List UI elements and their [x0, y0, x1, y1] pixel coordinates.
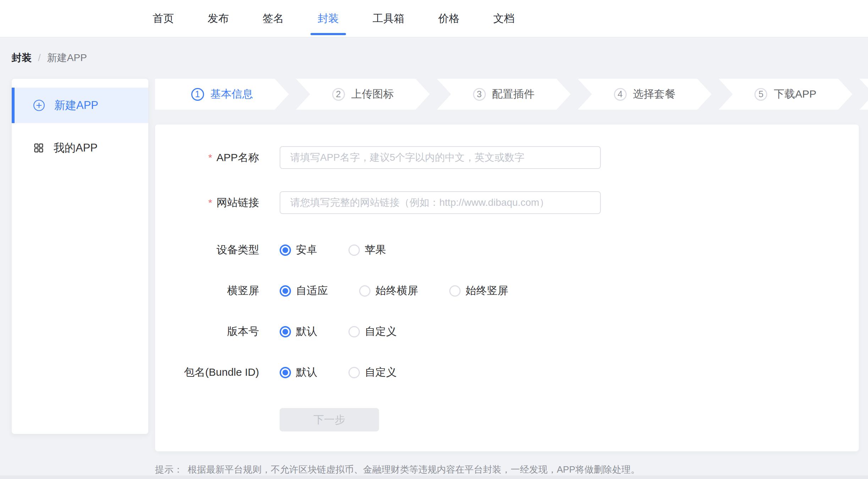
- radio-label: 默认: [296, 324, 317, 339]
- radio-label: 自定义: [365, 365, 397, 380]
- step-5-download-app: 5 下载APP: [719, 79, 852, 110]
- nav-sign-label: 签名: [263, 11, 284, 26]
- nav-home[interactable]: 首页: [153, 0, 174, 37]
- radio-version-default[interactable]: 默认: [280, 324, 317, 339]
- nav-price-label: 价格: [438, 11, 460, 26]
- sidebar-item-my-apps[interactable]: 我的APP: [12, 130, 148, 166]
- nav-publish[interactable]: 发布: [208, 0, 229, 37]
- nav-toolbox-label: 工具箱: [373, 11, 405, 26]
- radio-dot: [282, 247, 288, 253]
- step-5-number: 5: [754, 88, 767, 101]
- nav-sign[interactable]: 签名: [263, 0, 284, 37]
- active-item-bar: [12, 88, 15, 123]
- form-row-orientation: 横竖屏 自适应 始终横屏: [155, 283, 859, 298]
- required-asterisk: *: [208, 197, 212, 208]
- sidebar-item-label: 新建APP: [54, 98, 98, 113]
- radio-version-custom[interactable]: 自定义: [348, 324, 397, 339]
- step-4-number: 4: [614, 88, 627, 101]
- breadcrumb-root[interactable]: 封装: [12, 51, 32, 65]
- step-3-label: 配置插件: [492, 87, 535, 101]
- step-1-label: 基本信息: [210, 87, 253, 101]
- sidebar-item-new-app[interactable]: 新建APP: [12, 88, 148, 123]
- radio-icon: [280, 244, 291, 256]
- basic-info-form: *APP名称 *网站链接 设备类型: [155, 125, 859, 451]
- field-label: *APP名称: [155, 150, 259, 165]
- step-5-label: 下载APP: [774, 87, 816, 101]
- circle-plus-icon: [33, 99, 45, 111]
- nav-price[interactable]: 价格: [438, 0, 460, 37]
- radio-icon: [348, 244, 360, 256]
- top-nav: 首页 发布 签名 封装 工具箱 价格 文档: [0, 0, 868, 38]
- field-label-text: 版本号: [227, 325, 259, 337]
- form-row-bundle-id: 包名(Bundle ID) 默认 自定义: [155, 365, 859, 380]
- field-label-text: 设备类型: [216, 244, 259, 255]
- breadcrumb-current: 新建APP: [47, 51, 87, 65]
- sidebar-item-label: 我的APP: [54, 141, 98, 155]
- radio-always-portrait[interactable]: 始终竖屏: [449, 283, 508, 298]
- active-tab-indicator: [311, 33, 346, 35]
- field-label: *网站链接: [155, 196, 259, 210]
- radio-icon: [348, 326, 360, 337]
- next-step-button[interactable]: 下一步: [280, 408, 379, 431]
- breadcrumb-separator: /: [38, 52, 41, 64]
- nav-package[interactable]: 封装: [318, 0, 339, 37]
- step-sliver: [859, 79, 868, 110]
- field-label-text: APP名称: [216, 152, 259, 163]
- radio-bundle-custom[interactable]: 自定义: [348, 365, 397, 380]
- radio-auto-orientation[interactable]: 自适应: [280, 283, 328, 298]
- platform-rule-tip: 提示： 根据最新平台规则，不允许区块链虚拟币、金融理财类等违规内容在平台封装，一…: [155, 463, 859, 476]
- grid-icon: [33, 142, 44, 154]
- radio-always-landscape[interactable]: 始终横屏: [359, 283, 418, 298]
- radio-dot: [282, 329, 288, 335]
- form-row-app-name: *APP名称: [155, 146, 859, 169]
- form-row-site-url: *网站链接: [155, 191, 859, 214]
- site-url-input[interactable]: [280, 191, 601, 214]
- radio-label: 自适应: [296, 283, 328, 298]
- radio-icon: [359, 285, 370, 297]
- step-2-number: 2: [332, 88, 345, 101]
- form-row-device-type: 设备类型 安卓 苹果: [155, 243, 859, 257]
- step-4-label: 选择套餐: [633, 87, 676, 101]
- page: 首页 发布 签名 封装 工具箱 价格 文档 封装 / 新建APP: [0, 0, 868, 479]
- radio-label: 始终竖屏: [466, 283, 508, 298]
- radio-ios[interactable]: 苹果: [348, 243, 386, 257]
- tip-text: 根据最新平台规则，不允许区块链虚拟币、金融理财类等违规内容在平台封装，一经发现，…: [188, 463, 640, 476]
- radio-icon: [449, 285, 461, 297]
- step-1-number: 1: [191, 88, 204, 101]
- radio-label: 自定义: [365, 324, 397, 339]
- radio-label: 默认: [296, 365, 317, 380]
- nav-home-label: 首页: [153, 11, 174, 26]
- radio-icon: [280, 367, 291, 378]
- sidebar: 新建APP 我的APP: [12, 79, 148, 434]
- nav-toolbox[interactable]: 工具箱: [373, 0, 405, 37]
- radio-label: 苹果: [365, 243, 386, 257]
- field-label-text: 包名(Bundle ID): [184, 366, 259, 378]
- nav-package-label: 封装: [318, 11, 339, 26]
- radio-dot: [282, 370, 288, 375]
- step-2-upload-icon: 2 上传图标: [296, 79, 430, 110]
- step-3-number: 3: [473, 88, 486, 101]
- radio-dot: [282, 288, 288, 294]
- step-4-choose-plan: 4 选择套餐: [578, 79, 712, 110]
- version-radio-group: 默认 自定义: [280, 325, 397, 339]
- radio-bundle-default[interactable]: 默认: [280, 365, 317, 380]
- app-name-input[interactable]: [280, 146, 601, 169]
- field-label: 包名(Bundle ID): [155, 365, 259, 380]
- radio-android[interactable]: 安卓: [280, 243, 317, 257]
- nav-docs[interactable]: 文档: [493, 0, 515, 37]
- bottom-strip: [0, 475, 868, 479]
- radio-icon: [348, 367, 360, 378]
- step-2-label: 上传图标: [351, 87, 394, 101]
- field-label: 版本号: [155, 324, 259, 339]
- device-type-radio-group: 安卓 苹果: [280, 243, 386, 257]
- field-label-text: 横竖屏: [227, 285, 259, 296]
- step-1-basic-info: 1 基本信息: [155, 79, 289, 110]
- required-asterisk: *: [208, 152, 212, 163]
- bundle-id-radio-group: 默认 自定义: [280, 365, 397, 380]
- field-label-text: 网站链接: [216, 197, 259, 208]
- radio-icon: [280, 326, 291, 337]
- radio-label: 始终横屏: [375, 283, 418, 298]
- field-label: 横竖屏: [155, 283, 259, 298]
- breadcrumb: 封装 / 新建APP: [12, 51, 859, 65]
- nav-publish-label: 发布: [208, 11, 229, 26]
